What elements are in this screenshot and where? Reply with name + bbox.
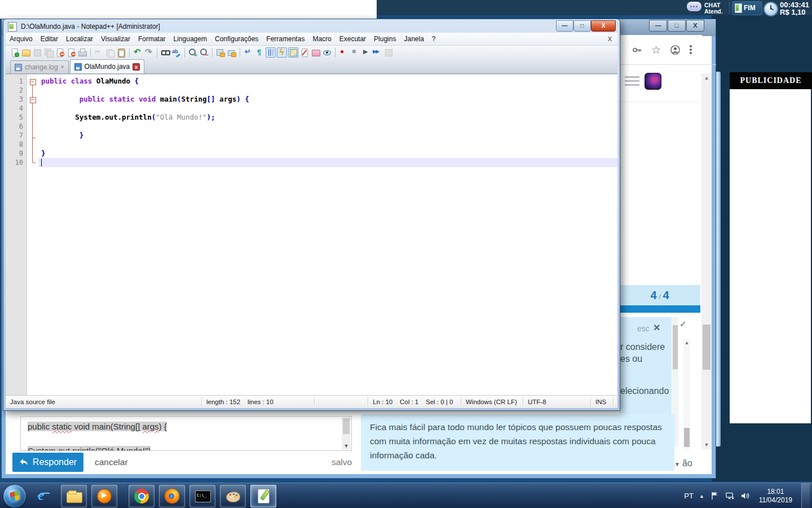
start-button[interactable]	[3, 485, 26, 507]
cancel-link[interactable]: cancelar	[95, 457, 128, 467]
browser-minimize-button[interactable]: —	[649, 20, 667, 32]
new-file-icon[interactable]	[10, 47, 20, 58]
taskbar-notepad-plus-plus[interactable]	[250, 485, 276, 507]
scroll-up-icon[interactable]: ▲	[701, 75, 712, 81]
macro-record-icon[interactable]	[338, 47, 348, 58]
menu-item-7[interactable]: Ferramentas	[262, 33, 308, 45]
scroll-up-icon[interactable]: ▲	[683, 340, 690, 345]
volume-icon[interactable]	[740, 491, 750, 501]
wrap-symbol-icon[interactable]	[277, 47, 287, 58]
word-wrap-icon[interactable]	[243, 47, 253, 58]
hidden-icons-icon[interactable]: ▲	[699, 493, 704, 499]
reply-code-editor[interactable]: public static void main(String[] args) {…	[20, 416, 352, 451]
monitoring-icon[interactable]	[322, 47, 332, 58]
code-editor[interactable]: 12345678910 public class OlaMundo { publ…	[6, 74, 617, 395]
end-session-button[interactable]: FIM	[732, 1, 762, 15]
macro-run-multiple-icon[interactable]	[372, 47, 382, 58]
titlebar[interactable]: D:\OlaMundo.java - Notepad++ [Administra…	[8, 21, 160, 32]
action-center-flag-icon[interactable]	[710, 491, 720, 501]
menu-item-11[interactable]: Janela	[400, 33, 427, 45]
menu-item-4[interactable]: Formatar	[134, 33, 170, 45]
menu-item-3[interactable]: Visualizar	[97, 33, 134, 45]
menu-item-5[interactable]: Linguagem	[170, 33, 211, 45]
print-icon[interactable]	[77, 47, 87, 58]
save-all-icon[interactable]	[43, 47, 54, 58]
browser-close-button[interactable]: X	[686, 20, 704, 32]
scrollbar-thumb[interactable]	[684, 428, 690, 447]
sync-vertical-icon[interactable]	[215, 47, 226, 58]
key-icon[interactable]	[632, 45, 642, 55]
document-switcher-icon[interactable]	[299, 47, 310, 58]
scrollbar-thumb[interactable]	[703, 325, 710, 370]
document-map-icon[interactable]	[288, 47, 298, 58]
tab-close-icon[interactable]: ×	[133, 63, 140, 71]
replace-icon[interactable]	[171, 47, 182, 58]
scrollbar-thumb[interactable]	[343, 418, 350, 434]
hamburger-menu-icon[interactable]	[625, 76, 639, 87]
folder-as-workspace-icon[interactable]	[311, 47, 321, 58]
indent-guide-icon[interactable]	[266, 47, 276, 58]
network-icon[interactable]	[725, 491, 735, 501]
sync-horizontal-icon[interactable]	[227, 47, 237, 58]
reply-button[interactable]: Responder	[12, 453, 83, 472]
language-indicator[interactable]: PT	[684, 492, 694, 500]
open-file-icon[interactable]	[21, 47, 31, 58]
tab-change.log[interactable]: change.log×	[10, 60, 69, 73]
scroll-down-icon[interactable]: ▼	[701, 442, 712, 448]
zoom-out-icon[interactable]	[199, 47, 209, 58]
fold-margin[interactable]	[27, 75, 38, 395]
browser-scrollbar[interactable]: ▲ ▼	[701, 73, 712, 449]
save-icon[interactable]	[32, 47, 42, 58]
close-file-icon[interactable]	[55, 47, 65, 58]
close-document-icon[interactable]: X	[608, 36, 612, 42]
inner-scrollbar[interactable]: ▲	[683, 339, 690, 449]
zoom-in-icon[interactable]	[188, 47, 198, 58]
close-button[interactable]: X	[591, 20, 616, 32]
taskbar-media-player[interactable]	[91, 485, 117, 507]
menu-item-0[interactable]: Arquivo	[6, 33, 37, 45]
macro-save-icon[interactable]	[383, 47, 394, 58]
scrollbar-thumb[interactable]	[673, 325, 678, 369]
clock[interactable]: 18:01 11/04/2019	[759, 488, 792, 505]
close-all-icon[interactable]	[66, 47, 76, 58]
fold-collapse-icon[interactable]	[30, 79, 36, 85]
taskbar-explorer[interactable]	[61, 485, 87, 507]
macro-stop-icon[interactable]	[350, 47, 360, 58]
menu-item-8[interactable]: Macro	[308, 33, 335, 45]
tab-OlaMundo.java[interactable]: OlaMundo.java×	[70, 59, 145, 73]
fold-collapse-icon[interactable]	[30, 97, 36, 103]
copy-icon[interactable]	[105, 47, 115, 58]
site-logo[interactable]	[645, 73, 661, 90]
taskbar-paint[interactable]	[220, 485, 246, 507]
redo-icon[interactable]	[144, 47, 154, 58]
taskbar-cmd[interactable]: C:\_	[189, 485, 215, 507]
browser-menu-icon[interactable]	[690, 45, 692, 55]
undo-icon[interactable]	[133, 47, 143, 58]
cut-icon[interactable]	[94, 47, 104, 58]
macro-play-icon[interactable]	[361, 47, 371, 58]
show-all-characters-icon[interactable]	[254, 47, 264, 58]
bookmark-star-icon[interactable]: ☆	[651, 45, 661, 55]
menu-item-2[interactable]: Localizar	[62, 33, 97, 45]
tab-close-icon[interactable]: ×	[61, 64, 64, 71]
taskbar-chrome[interactable]	[129, 485, 155, 507]
editor-scrollbar[interactable]: ▼	[342, 417, 351, 450]
taskbar-firefox[interactable]	[159, 485, 185, 507]
find-icon[interactable]	[160, 47, 170, 58]
tooltip-close-icon[interactable]: ✕	[653, 322, 660, 333]
scroll-down-icon[interactable]: ▼	[342, 443, 351, 449]
profile-icon[interactable]	[670, 45, 680, 55]
restore-button[interactable]: □	[573, 20, 591, 32]
taskbar-internet-explorer[interactable]	[30, 485, 56, 507]
menu-item-10[interactable]: Plugins	[370, 33, 400, 45]
chat-attendant-widget[interactable]: CHAT Atend.	[687, 1, 729, 15]
paste-icon[interactable]	[116, 47, 126, 58]
menu-item-12[interactable]: ?	[428, 33, 440, 45]
menu-item-6[interactable]: Configurações	[211, 33, 262, 45]
menu-item-1[interactable]: Editar	[37, 33, 62, 45]
code-text-area[interactable]: public class OlaMundo { public static vo…	[38, 75, 617, 395]
show-desktop-button[interactable]	[801, 483, 810, 508]
minimize-button[interactable]: —	[556, 20, 573, 32]
menu-item-9[interactable]: Executar	[336, 33, 370, 45]
browser-maximize-button[interactable]: □	[668, 20, 686, 32]
